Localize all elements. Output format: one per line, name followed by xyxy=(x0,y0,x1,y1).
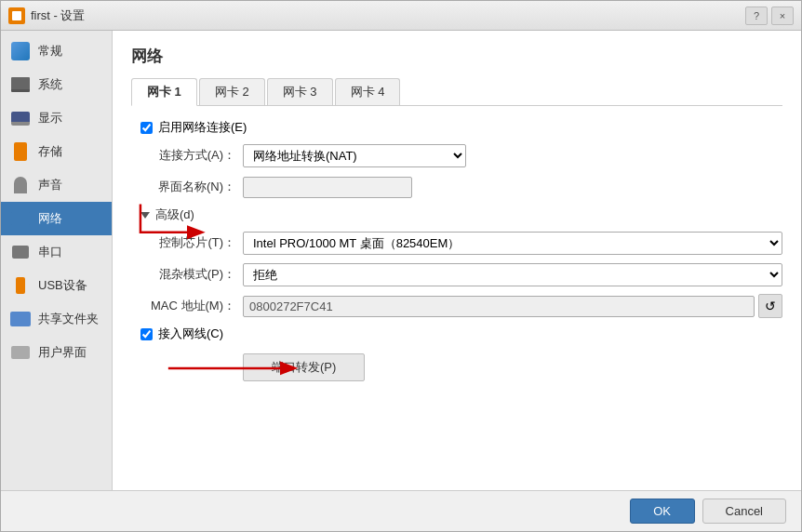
advanced-section: 高级(d) xyxy=(131,206,782,223)
sidebar-item-shared[interactable]: 共享文件夹 xyxy=(1,302,112,336)
enable-network-row: 启用网络连接(E) xyxy=(131,119,782,136)
tab-nic4[interactable]: 网卡 4 xyxy=(335,78,401,105)
advanced-label: 高级(d) xyxy=(155,206,194,223)
footer: OK Cancel xyxy=(1,490,801,531)
sidebar-label-shared: 共享文件夹 xyxy=(38,311,99,327)
ok-button[interactable]: OK xyxy=(630,499,695,524)
tab-nic1[interactable]: 网卡 1 xyxy=(131,78,197,106)
usb-icon xyxy=(10,275,31,296)
sidebar-item-audio[interactable]: 声音 xyxy=(1,168,112,202)
mac-label: MAC 地址(M)： xyxy=(131,298,243,314)
sidebar-item-serial[interactable]: 串口 xyxy=(1,235,112,269)
system-icon xyxy=(10,74,31,95)
section-title: 网络 xyxy=(131,46,782,67)
sidebar-label-network: 网络 xyxy=(38,210,62,227)
mac-refresh-button[interactable]: ↺ xyxy=(758,294,782,318)
shared-icon xyxy=(10,309,31,329)
general-icon xyxy=(10,41,31,61)
mac-row: MAC 地址(M)： ↺ xyxy=(131,294,782,318)
sidebar-label-audio: 声音 xyxy=(38,177,62,193)
audio-icon xyxy=(10,175,31,195)
sidebar: 常规 系统 显示 存储 声音 网络 串口 USB设备 共享文件夹 用户界面 xyxy=(1,31,113,490)
mac-control: ↺ xyxy=(243,294,782,318)
connection-mode-row: 连接方式(A)： 网络地址转换(NAT) 桥接网卡 内部网络 仅主机(Host-… xyxy=(131,143,782,167)
sidebar-item-network[interactable]: 网络 xyxy=(1,202,112,235)
enable-network-label[interactable]: 启用网络连接(E) xyxy=(158,119,247,136)
sidebar-item-system[interactable]: 系统 xyxy=(1,68,112,101)
port-forward-section: 端口转发(P) xyxy=(131,350,782,381)
window-body: 常规 系统 显示 存储 声音 网络 串口 USB设备 共享文件夹 用户界面 xyxy=(1,31,801,490)
tab-nic3[interactable]: 网卡 3 xyxy=(267,78,333,105)
window-title: first - 设置 xyxy=(31,7,745,24)
tab-nic2[interactable]: 网卡 2 xyxy=(199,78,265,105)
cancel-button[interactable]: Cancel xyxy=(702,499,786,524)
serial-icon xyxy=(10,242,31,262)
close-button[interactable]: × xyxy=(771,7,794,25)
title-controls: ? × xyxy=(745,7,794,25)
content-wrapper: 网络 网卡 1网卡 2网卡 3网卡 4 启用网络连接(E) 连接方式(A)： 网… xyxy=(113,31,801,490)
sidebar-label-usb: USB设备 xyxy=(38,277,87,294)
chip-select[interactable]: Intel PRO/1000 MT 桌面（82540EM） xyxy=(243,232,782,255)
sidebar-item-general[interactable]: 常规 xyxy=(1,34,112,68)
content-area: 网络 网卡 1网卡 2网卡 3网卡 4 启用网络连接(E) 连接方式(A)： 网… xyxy=(113,31,801,490)
cable-connected-row: 接入网线(C) xyxy=(131,326,782,342)
interface-name-control xyxy=(243,177,782,198)
sidebar-label-display: 显示 xyxy=(38,110,62,126)
promiscuous-row: 混杂模式(P)： 拒绝 允许虚拟机 全部允许 xyxy=(131,262,782,286)
help-button[interactable]: ? xyxy=(745,7,768,25)
network-icon xyxy=(10,208,31,229)
cable-connected-label[interactable]: 接入网线(C) xyxy=(158,326,223,342)
connection-mode-label: 连接方式(A)： xyxy=(131,147,243,164)
chip-row: 控制芯片(T)： Intel PRO/1000 MT 桌面（82540EM） xyxy=(131,231,782,255)
chevron-down-icon xyxy=(140,212,150,219)
sidebar-label-ui: 用户界面 xyxy=(38,344,87,361)
app-icon xyxy=(8,7,25,24)
tabs: 网卡 1网卡 2网卡 3网卡 4 xyxy=(131,78,782,106)
sidebar-label-storage: 存储 xyxy=(38,143,62,160)
port-forward-button[interactable]: 端口转发(P) xyxy=(243,353,365,381)
advanced-toggle[interactable]: 高级(d) xyxy=(131,206,782,223)
chip-control: Intel PRO/1000 MT 桌面（82540EM） xyxy=(243,232,782,255)
promiscuous-label: 混杂模式(P)： xyxy=(131,266,243,283)
sidebar-item-storage[interactable]: 存储 xyxy=(1,135,112,168)
sidebar-label-system: 系统 xyxy=(38,76,62,93)
display-icon xyxy=(10,108,31,128)
sidebar-item-usb[interactable]: USB设备 xyxy=(1,269,112,302)
connection-mode-select[interactable]: 网络地址转换(NAT) 桥接网卡 内部网络 仅主机(Host-Only)网络 xyxy=(243,144,466,167)
enable-network-checkbox[interactable] xyxy=(140,122,153,134)
chip-label: 控制芯片(T)： xyxy=(131,234,243,251)
cable-connected-checkbox[interactable] xyxy=(140,328,153,340)
sidebar-label-serial: 串口 xyxy=(38,244,62,260)
interface-name-row: 界面名称(N)： xyxy=(131,175,782,199)
settings-window: first - 设置 ? × 常规 系统 显示 存储 声音 网络 xyxy=(0,0,802,532)
title-bar: first - 设置 ? × xyxy=(1,1,801,31)
storage-icon xyxy=(10,141,31,162)
mac-input[interactable] xyxy=(243,296,755,317)
promiscuous-control: 拒绝 允许虚拟机 全部允许 xyxy=(243,263,782,286)
sidebar-item-display[interactable]: 显示 xyxy=(1,101,112,135)
sidebar-label-general: 常规 xyxy=(38,43,62,60)
ui-icon xyxy=(10,342,31,363)
connection-mode-control: 网络地址转换(NAT) 桥接网卡 内部网络 仅主机(Host-Only)网络 xyxy=(243,144,782,167)
interface-name-input[interactable] xyxy=(243,177,412,198)
sidebar-item-ui[interactable]: 用户界面 xyxy=(1,336,112,369)
promiscuous-select[interactable]: 拒绝 允许虚拟机 全部允许 xyxy=(243,263,782,286)
interface-name-label: 界面名称(N)： xyxy=(131,179,243,195)
